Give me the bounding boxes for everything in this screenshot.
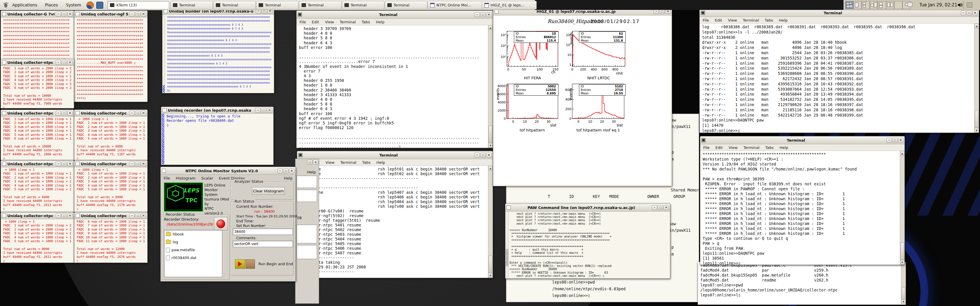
xterm-output[interactable]: oooooooooooooooooooooooooooooooooooooooo… [165, 14, 274, 93]
close-button[interactable] [972, 11, 978, 16]
close-button[interactable] [141, 111, 146, 116]
terminal-output[interactable]: next plot ? <return>:next,<m>:main menu … [506, 212, 670, 277]
menu-view[interactable]: View [729, 146, 738, 150]
maximize-button[interactable] [62, 111, 67, 116]
xterm-output[interactable]: ++++++++++++++++++++++++++++++++++++ +++… [75, 17, 147, 100]
volume-icon[interactable] [957, 2, 963, 8]
comments-input[interactable] [233, 241, 293, 247]
taskbar-ntpc-monitor[interactable]: NTPC Online Moi... [428, 1, 482, 10]
terminal-output[interactable]: fadcMod3.dat.bkup15Sep05 pad2fadc.c user… [698, 262, 905, 298]
close-button[interactable] [67, 12, 73, 17]
maximize-button[interactable] [480, 12, 485, 17]
run-stop-button[interactable] [246, 259, 255, 269]
xterm-output[interactable]: = 1000 iloop = 1 FADC 1 num of words = 1… [75, 167, 147, 211]
minimize-button[interactable] [886, 138, 892, 143]
titlebar[interactable]: Unidaq collector-G 7v0( [1, 11, 74, 17]
menu-tabs[interactable]: Tabs [362, 160, 371, 165]
titlebar[interactable]: Terminal [297, 151, 493, 159]
panel-grip[interactable] [963, 1, 964, 9]
maximize-button[interactable] [62, 60, 67, 65]
menu-terminal[interactable]: Terminal [743, 18, 759, 22]
xterm-output[interactable]: FADC 6 num of words = 1000 iloop = 1 FAD… [75, 219, 147, 263]
run-start-button[interactable] [235, 259, 245, 269]
dialog-field[interactable] [297, 176, 317, 188]
titlebar[interactable]: Unidaq collector-ntpc 5 [75, 212, 147, 219]
terminal-output[interactable]: ****************************************… [700, 151, 904, 266]
xterm-output[interactable]: = 1000 iloop = 1 FADC 1 num of words = 1… [1, 167, 74, 211]
titlebar[interactable]: Terminal [700, 136, 904, 144]
menu-help[interactable]: Help [376, 20, 385, 24]
minimize-button[interactable] [56, 162, 61, 166]
menu-file[interactable]: File [299, 20, 306, 24]
taskbar-terminal-5[interactable]: Terminal [342, 1, 384, 10]
menu-view[interactable]: View [325, 20, 334, 24]
minimize-button[interactable] [277, 168, 283, 173]
menu-help[interactable]: Help [780, 146, 788, 150]
maximize-button[interactable] [967, 11, 972, 16]
menu-file[interactable]: File [703, 146, 710, 150]
notification-icon[interactable] [967, 2, 972, 8]
menu-tabs[interactable]: Tabs [362, 20, 370, 24]
close-button[interactable] [67, 111, 73, 116]
minimize-button[interactable] [474, 153, 480, 158]
menu-edit[interactable]: Edit [715, 18, 722, 22]
menu-places[interactable]: Places [43, 0, 60, 10]
titlebar[interactable]: Unidaq collector-ntpc 5 [1, 110, 74, 117]
record-button[interactable] [214, 217, 228, 230]
scrollbar[interactable] [162, 114, 164, 164]
scrollbar[interactable] [163, 14, 165, 93]
window-terminal-file-listing[interactable]: Terminal FileEditViewTerminalTabsHelp lo… [699, 9, 979, 133]
minimize-button[interactable] [961, 11, 966, 16]
window-paw-command-line[interactable]: PAW Command line (on leps07.rcnp.osaka-u… [505, 203, 670, 279]
window-collector-ntpc-2[interactable]: Unidaq collector-ntpc 5 FADC 1 num of wo… [1, 109, 74, 160]
window-collector-ntpc-6[interactable]: Unidaq collector-ntpc 5 = 1000 iloop = 1… [1, 212, 74, 263]
window-recorder[interactable]: Unidaq recorder (on leps07.rcnp.osaka Be… [161, 107, 274, 165]
window-builder[interactable]: Unidaq builder (on leps07.rcnp.osaka-u o… [162, 8, 274, 93]
terminal-output[interactable]: Done rsh lep5t01 ask c begin 38400 secto… [297, 166, 493, 279]
maximize-button[interactable] [307, 160, 312, 165]
close-button[interactable] [486, 153, 492, 158]
taskbar-higz[interactable]: HIGZ_01 @ leps... [482, 1, 537, 10]
launcher-icon[interactable] [96, 2, 103, 9]
maximize-button[interactable] [283, 168, 288, 173]
menu-terminal[interactable]: Terminal [340, 160, 356, 165]
close-button[interactable] [486, 12, 492, 17]
clear-histogram-button[interactable]: Clear Histogram [252, 187, 285, 195]
titlebar[interactable]: Terminal [700, 9, 979, 17]
window-collector-ngf[interactable]: Unidaq collector-ngf 5t( +++++++++++++++… [74, 11, 148, 102]
minimize-button[interactable] [129, 111, 134, 116]
menu-terminal[interactable]: Terminal [340, 20, 356, 24]
menu-file[interactable]: File [164, 176, 170, 181]
scrollbar[interactable]: ▲▼ [900, 151, 904, 265]
close-button[interactable] [267, 108, 272, 113]
maximize-button[interactable] [892, 138, 897, 143]
menu-tabs[interactable]: Tabs [765, 18, 773, 22]
maximize-button[interactable] [658, 205, 663, 210]
list-item[interactable]: paw.metafile [164, 246, 222, 254]
titlebar[interactable]: PAW Command line (on leps07.rcnp.osaka-u… [506, 204, 670, 212]
xterm-output[interactable]: Beginning..., trying to open a file Reco… [164, 114, 273, 127]
window-collector-ntpc-3[interactable]: Unidaq collector-ntpc 5 = 1000 iloop = 1… [74, 109, 148, 160]
menu-help[interactable]: Help [284, 176, 293, 181]
maximize-button[interactable] [62, 162, 67, 166]
scrollbar[interactable]: ▲▼ [488, 166, 493, 278]
minimize-button[interactable] [129, 213, 134, 218]
titlebar[interactable]: Unidaq collector-ntpc 5 [1, 212, 74, 219]
window-collector-ntpc-4[interactable]: Unidaq collector-ntpc 5 = 1000 iloop = 1… [1, 160, 74, 212]
taskbar-terminal-4[interactable]: Terminal [299, 1, 342, 10]
maximize-button[interactable] [135, 213, 140, 218]
menu-edit[interactable]: Edit [716, 146, 723, 150]
menu-edit[interactable]: Edit [312, 20, 319, 24]
menu-help[interactable]: Help [377, 160, 385, 165]
window-collector-g[interactable]: Unidaq collector-G 7v0( ++++++++++++++++… [1, 11, 74, 60]
close-button[interactable] [67, 162, 73, 166]
minimize-button[interactable] [56, 213, 61, 218]
window-higz[interactable]: HIGZ_01 @ leps07.rcnp.osaka-u.ac.jp 0501… [493, 7, 672, 186]
maximize-button[interactable] [62, 213, 67, 218]
menu-scalar[interactable]: Scalar [201, 176, 213, 181]
xterm-output[interactable]: FADC 1 num of words = 1000 iloop = 1 FAD… [1, 117, 74, 160]
close-button[interactable] [141, 213, 146, 218]
scrollbar[interactable]: ▲▼ [974, 24, 979, 133]
minimize-button[interactable] [255, 108, 261, 113]
taskbar-terminal-2[interactable]: Terminal [213, 1, 256, 10]
